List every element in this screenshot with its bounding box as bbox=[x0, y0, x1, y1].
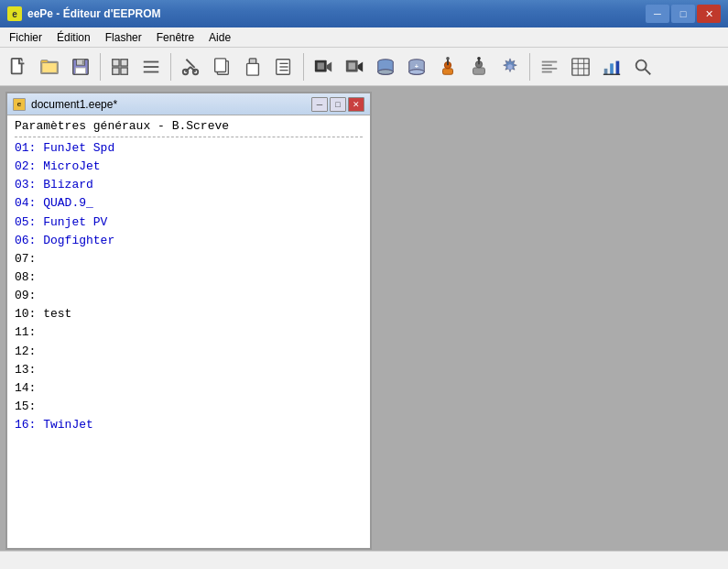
menu-bar: Fichier Édition Flasher Fenêtre Aide bbox=[0, 27, 728, 48]
doc-header: Paramètres généraux - B.Screve bbox=[15, 119, 363, 137]
joystick2-button[interactable] bbox=[464, 52, 494, 82]
paste-button[interactable] bbox=[238, 52, 267, 82]
toolbar: + bbox=[0, 48, 728, 86]
db1-button[interactable] bbox=[371, 52, 400, 82]
document-rows: 01: FunJet Spd02: MicroJet03: Blizard04:… bbox=[15, 139, 363, 434]
table-row[interactable]: 09: bbox=[15, 287, 363, 305]
table-row[interactable]: 16: TwinJet bbox=[15, 416, 363, 434]
copy-button[interactable] bbox=[207, 52, 236, 82]
align-left-button[interactable] bbox=[535, 52, 564, 82]
bold-button[interactable] bbox=[269, 52, 299, 82]
grid-button[interactable] bbox=[105, 52, 135, 82]
separator-4 bbox=[529, 53, 530, 81]
svg-rect-31 bbox=[349, 62, 355, 69]
svg-rect-29 bbox=[318, 62, 324, 69]
search-button[interactable] bbox=[628, 52, 657, 82]
separator-3 bbox=[303, 53, 304, 81]
table-row[interactable]: 05: Funjet PV bbox=[15, 213, 363, 232]
svg-rect-7 bbox=[82, 60, 84, 64]
title-bar: e eePe - Éditeur d'EEPROM ─ □ ✕ bbox=[0, 0, 728, 27]
document-window: e document1.eepe* ─ □ ✕ Paramètres génér… bbox=[5, 92, 372, 550]
separator-1 bbox=[100, 53, 101, 81]
window-controls[interactable]: ─ □ ✕ bbox=[646, 5, 721, 23]
doc-window-controls[interactable]: ─ □ ✕ bbox=[311, 97, 364, 112]
svg-rect-23 bbox=[249, 58, 255, 63]
table-row[interactable]: 12: bbox=[15, 343, 363, 361]
chart-button[interactable] bbox=[597, 52, 626, 82]
table-row[interactable]: 11: bbox=[15, 323, 363, 342]
svg-rect-57 bbox=[610, 63, 614, 74]
document-title: document1.eepe* bbox=[31, 98, 117, 111]
svg-rect-41 bbox=[473, 67, 485, 73]
table-row[interactable]: 06: Dogfighter bbox=[15, 232, 363, 250]
table-row[interactable]: 15: bbox=[15, 398, 363, 416]
doc-icon: e bbox=[13, 98, 26, 111]
joystick1-button[interactable] bbox=[433, 52, 462, 82]
close-button[interactable]: ✕ bbox=[697, 5, 721, 23]
svg-text:+: + bbox=[415, 61, 418, 70]
title-bar-left: e eePe - Éditeur d'EEPROM bbox=[7, 6, 161, 21]
svg-line-19 bbox=[186, 59, 194, 67]
table-row[interactable]: 02: MicroJet bbox=[15, 158, 363, 176]
svg-rect-11 bbox=[121, 67, 127, 73]
cut-button[interactable] bbox=[176, 52, 205, 82]
maximize-button[interactable]: □ bbox=[671, 5, 695, 23]
svg-rect-22 bbox=[247, 63, 259, 75]
svg-rect-10 bbox=[113, 67, 119, 73]
table-row[interactable]: 08: bbox=[15, 268, 363, 287]
doc-title-left: e document1.eepe* bbox=[13, 98, 117, 111]
svg-point-40 bbox=[446, 57, 450, 60]
svg-point-33 bbox=[378, 69, 394, 74]
db2-button[interactable]: + bbox=[402, 52, 431, 82]
table-row[interactable]: 10: test bbox=[15, 305, 363, 323]
table-row[interactable]: 13: bbox=[15, 361, 363, 379]
svg-rect-9 bbox=[121, 59, 127, 65]
download-black-button[interactable] bbox=[309, 52, 338, 82]
separator-2 bbox=[170, 53, 171, 81]
save-button[interactable] bbox=[66, 52, 95, 82]
table-button[interactable] bbox=[566, 52, 595, 82]
table-row[interactable]: 07: bbox=[15, 250, 363, 268]
status-bar bbox=[0, 551, 728, 569]
svg-rect-58 bbox=[616, 60, 620, 74]
svg-rect-6 bbox=[76, 67, 86, 72]
table-row[interactable]: 03: Blizard bbox=[15, 176, 363, 194]
new-button[interactable] bbox=[4, 52, 33, 82]
open-button[interactable] bbox=[35, 52, 64, 82]
svg-point-44 bbox=[477, 57, 481, 60]
list-button[interactable] bbox=[136, 52, 166, 82]
minimize-button[interactable]: ─ bbox=[646, 5, 669, 23]
document-title-bar: e document1.eepe* ─ □ ✕ bbox=[7, 93, 370, 115]
svg-rect-51 bbox=[572, 58, 589, 74]
table-row[interactable]: 04: QUAD.9_ bbox=[15, 194, 363, 213]
table-row[interactable]: 01: FunJet Spd bbox=[15, 139, 363, 158]
app-icon: e bbox=[7, 6, 22, 21]
svg-rect-8 bbox=[113, 59, 119, 65]
menu-fenetre[interactable]: Fenêtre bbox=[149, 29, 201, 46]
svg-point-46 bbox=[507, 64, 513, 70]
settings-button[interactable] bbox=[495, 52, 525, 82]
app-title: eePe - Éditeur d'EEPROM bbox=[27, 7, 161, 20]
doc-minimize-button[interactable]: ─ bbox=[311, 97, 328, 112]
menu-fichier[interactable]: Fichier bbox=[2, 29, 49, 46]
table-row[interactable]: 14: bbox=[15, 379, 363, 398]
doc-close-button[interactable]: ✕ bbox=[348, 97, 364, 112]
menu-flasher[interactable]: Flasher bbox=[98, 29, 149, 46]
svg-rect-37 bbox=[443, 68, 453, 73]
doc-maximize-button[interactable]: □ bbox=[330, 97, 346, 112]
upload-button[interactable] bbox=[340, 52, 369, 82]
menu-aide[interactable]: Aide bbox=[201, 29, 238, 46]
menu-edition[interactable]: Édition bbox=[49, 29, 98, 46]
svg-rect-3 bbox=[42, 62, 58, 72]
svg-line-61 bbox=[645, 68, 650, 73]
document-content: Paramètres généraux - B.Screve 01: FunJe… bbox=[7, 115, 370, 548]
svg-rect-56 bbox=[604, 68, 608, 73]
svg-rect-21 bbox=[215, 58, 226, 71]
main-area: e document1.eepe* ─ □ ✕ Paramètres génér… bbox=[0, 86, 728, 551]
